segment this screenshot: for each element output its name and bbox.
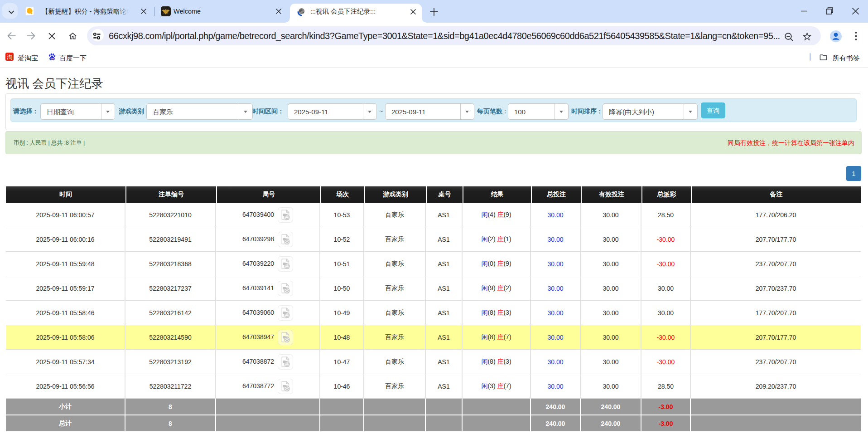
svg-text:淘: 淘 — [7, 54, 13, 60]
svg-text:du: du — [50, 57, 54, 60]
